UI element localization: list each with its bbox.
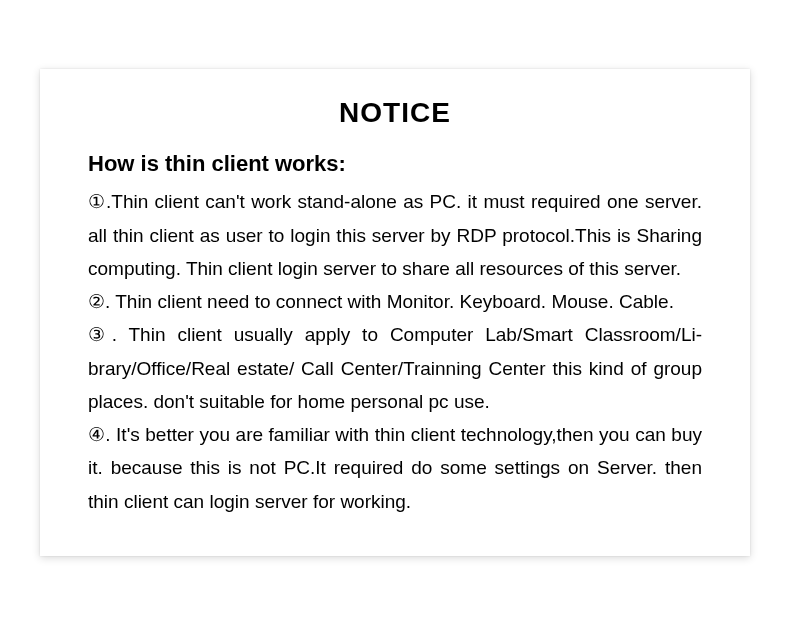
circled-number-3-icon: ③ (88, 324, 112, 345)
notice-item-3-text: . Thin client usually apply to Computer … (88, 324, 702, 412)
notice-item-2-text: . Thin client need to connect with Monit… (105, 291, 674, 312)
notice-title: NOTICE (88, 97, 702, 129)
notice-item-1: ①.Thin client can't work stand-alone as … (88, 185, 702, 285)
circled-number-4-icon: ④ (88, 424, 105, 445)
notice-item-3: ③. Thin client usually apply to Computer… (88, 318, 702, 418)
notice-item-4-text: . It's better you are familiar with thin… (88, 424, 702, 512)
notice-item-4: ④. It's better you are familiar with thi… (88, 418, 702, 518)
circled-number-1-icon: ① (88, 191, 106, 212)
notice-subtitle: How is thin client works: (88, 151, 702, 177)
notice-item-2: ②. Thin client need to connect with Moni… (88, 285, 702, 318)
circled-number-2-icon: ② (88, 291, 105, 312)
notice-item-1-text: .Thin client can't work stand-alone as P… (88, 191, 702, 279)
notice-card: NOTICE How is thin client works: ①.Thin … (40, 69, 750, 556)
